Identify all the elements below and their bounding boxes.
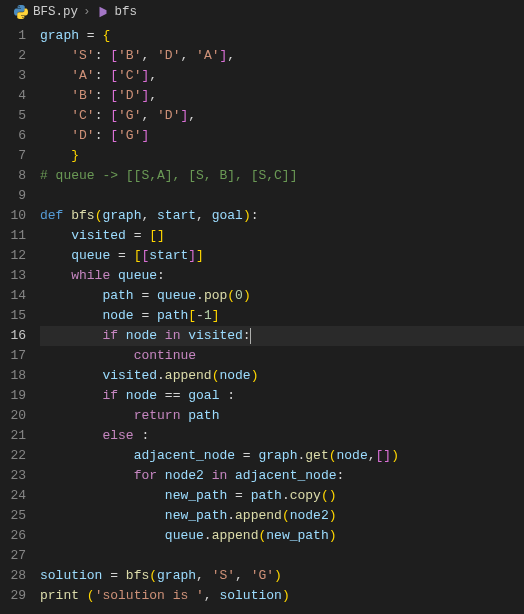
- code-line[interactable]: continue: [40, 346, 524, 366]
- symbol-function-icon: [96, 5, 110, 19]
- code-line[interactable]: if node == goal :: [40, 386, 524, 406]
- code-line[interactable]: visited.append(node): [40, 366, 524, 386]
- line-number: 21: [0, 426, 26, 446]
- code-line[interactable]: new_path = path.copy(): [40, 486, 524, 506]
- line-number: 4: [0, 86, 26, 106]
- line-number: 24: [0, 486, 26, 506]
- code-line[interactable]: while queue:: [40, 266, 524, 286]
- code-line[interactable]: queue = [[start]]: [40, 246, 524, 266]
- code-line[interactable]: node = path[-1]: [40, 306, 524, 326]
- code-line[interactable]: if node in visited:: [40, 326, 524, 346]
- line-number: 3: [0, 66, 26, 86]
- code-line[interactable]: visited = []: [40, 226, 524, 246]
- code-line[interactable]: else :: [40, 426, 524, 446]
- text-cursor: [250, 328, 251, 344]
- line-number: 26: [0, 526, 26, 546]
- line-number: 22: [0, 446, 26, 466]
- code-line[interactable]: path = queue.pop(0): [40, 286, 524, 306]
- code-line[interactable]: 'C': ['G', 'D'],: [40, 106, 524, 126]
- line-number: 23: [0, 466, 26, 486]
- line-number: 15: [0, 306, 26, 326]
- code-line[interactable]: # queue -> [[S,A], [S, B], [S,C]]: [40, 166, 524, 186]
- breadcrumb-symbol[interactable]: bfs: [115, 5, 138, 19]
- line-number: 12: [0, 246, 26, 266]
- python-file-icon: [14, 5, 28, 19]
- line-number: 8: [0, 166, 26, 186]
- code-line[interactable]: 'S': ['B', 'D', 'A'],: [40, 46, 524, 66]
- code-line[interactable]: adjacent_node = graph.get(node,[]): [40, 446, 524, 466]
- code-area[interactable]: graph = { 'S': ['B', 'D', 'A'], 'A': ['C…: [40, 24, 524, 614]
- breadcrumb-file[interactable]: BFS.py: [33, 5, 78, 19]
- line-number: 14: [0, 286, 26, 306]
- code-line[interactable]: 'D': ['G']: [40, 126, 524, 146]
- code-line[interactable]: new_path.append(node2): [40, 506, 524, 526]
- line-number: 2: [0, 46, 26, 66]
- line-number: 13: [0, 266, 26, 286]
- breadcrumb[interactable]: BFS.py › bfs: [0, 0, 524, 24]
- code-line[interactable]: 'B': ['D'],: [40, 86, 524, 106]
- chevron-right-icon: ›: [83, 5, 91, 19]
- code-line[interactable]: 'A': ['C'],: [40, 66, 524, 86]
- code-line[interactable]: queue.append(new_path): [40, 526, 524, 546]
- code-line[interactable]: [40, 546, 524, 566]
- line-number: 28: [0, 566, 26, 586]
- line-number: 9: [0, 186, 26, 206]
- code-line[interactable]: [40, 186, 524, 206]
- code-line[interactable]: print ('solution is ', solution): [40, 586, 524, 606]
- line-number: 25: [0, 506, 26, 526]
- line-number: 27: [0, 546, 26, 566]
- line-number: 7: [0, 146, 26, 166]
- code-editor[interactable]: 1234567891011121314151617181920212223242…: [0, 24, 524, 614]
- line-number: 18: [0, 366, 26, 386]
- line-number: 5: [0, 106, 26, 126]
- line-number: 6: [0, 126, 26, 146]
- code-line[interactable]: graph = {: [40, 26, 524, 46]
- line-number: 17: [0, 346, 26, 366]
- code-line[interactable]: def bfs(graph, start, goal):: [40, 206, 524, 226]
- line-number: 10: [0, 206, 26, 226]
- line-number: 19: [0, 386, 26, 406]
- line-number-gutter: 1234567891011121314151617181920212223242…: [0, 24, 40, 614]
- code-line[interactable]: }: [40, 146, 524, 166]
- line-number: 11: [0, 226, 26, 246]
- line-number: 20: [0, 406, 26, 426]
- line-number: 1: [0, 26, 26, 46]
- line-number: 16: [0, 326, 26, 346]
- code-line[interactable]: solution = bfs(graph, 'S', 'G'): [40, 566, 524, 586]
- line-number: 29: [0, 586, 26, 606]
- code-line[interactable]: for node2 in adjacent_node:: [40, 466, 524, 486]
- code-line[interactable]: return path: [40, 406, 524, 426]
